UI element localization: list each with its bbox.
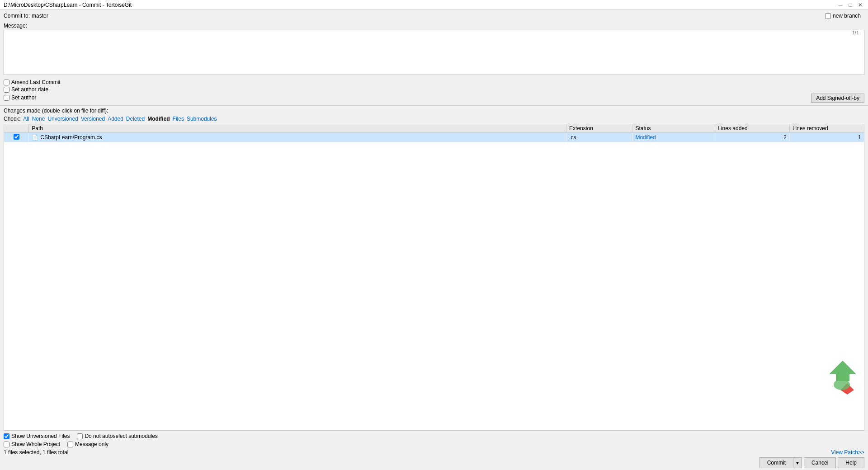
table-row[interactable]: 📄 CSharpLearn/Program.cs .cs Modified 2 …: [4, 133, 864, 142]
check-modified-link[interactable]: Modified: [147, 116, 170, 122]
set-author-checkbox[interactable]: [4, 95, 9, 101]
message-only-row: Message only: [67, 441, 108, 447]
check-row: Check: All None Unversioned Versioned Ad…: [4, 116, 864, 122]
content-area: Changes made (double-click on file for d…: [0, 108, 868, 431]
col-lines-added[interactable]: Lines added: [715, 124, 790, 133]
main-window: Commit to: master new branch Message: 1/…: [0, 10, 868, 470]
add-signed-off-by-button[interactable]: Add Signed-off-by: [811, 94, 864, 103]
col-path[interactable]: Path: [29, 124, 566, 133]
title-bar-controls: ─ □ ✕: [836, 1, 864, 9]
set-author-label: Set author: [11, 94, 36, 101]
close-button[interactable]: ✕: [856, 1, 864, 9]
set-author-date-checkbox[interactable]: [4, 87, 9, 93]
row-path-value: CSharpLearn/Program.cs: [40, 134, 102, 141]
col-status[interactable]: Status: [632, 124, 715, 133]
file-table-body: 📄 CSharpLearn/Program.cs .cs Modified 2 …: [4, 133, 864, 142]
new-branch-section: new branch: [825, 13, 861, 19]
check-label: Check:: [4, 116, 20, 122]
commit-button[interactable]: Commit: [760, 457, 793, 468]
commit-to-left: Commit to: master: [4, 13, 48, 19]
row-path-cell[interactable]: 📄 CSharpLearn/Program.cs: [29, 133, 566, 142]
bottom-buttons: Commit ▼ Cancel Help: [4, 457, 864, 468]
message-counter: 1/1: [852, 30, 859, 35]
title-bar: D:\MicroDesktop\CSharpLearn - Commit - T…: [0, 0, 868, 10]
window-title: D:\MicroDesktop\CSharpLearn - Commit - T…: [4, 2, 132, 8]
amend-last-commit-row: Amend Last Commit: [4, 79, 864, 85]
check-deleted-link[interactable]: Deleted: [126, 116, 145, 122]
col-check: [4, 124, 29, 133]
restore-button[interactable]: □: [846, 1, 854, 9]
message-only-checkbox[interactable]: [67, 442, 73, 447]
bottom-status-row: 1 files selected, 1 files total View Pat…: [4, 449, 864, 456]
do-not-autoselect-row: Do not autoselect submodules: [77, 433, 157, 439]
col-extension[interactable]: Extension: [566, 124, 632, 133]
show-unversioned-row: Show Unversioned Files: [4, 433, 70, 439]
commit-dropdown-button[interactable]: ▼: [793, 457, 802, 468]
row-lines-added-cell: 2: [715, 133, 790, 142]
new-branch-label: new branch: [833, 13, 861, 19]
svg-marker-0: [829, 361, 856, 381]
message-only-label: Message only: [75, 441, 108, 447]
bottom-checkboxes-2: Show Whole Project Message only: [4, 441, 864, 447]
message-input[interactable]: [4, 30, 864, 75]
show-unversioned-label: Show Unversioned Files: [11, 433, 70, 439]
set-author-date-label: Set author date: [11, 86, 48, 93]
commit-to-label: Commit to:: [4, 13, 30, 19]
cancel-button[interactable]: Cancel: [804, 457, 836, 468]
help-button[interactable]: Help: [838, 457, 864, 468]
options-section: Amend Last Commit Set author date Set au…: [0, 78, 868, 103]
show-whole-project-label: Show Whole Project: [11, 441, 60, 447]
check-none-link[interactable]: None: [32, 116, 45, 122]
bottom-bar: Show Unversioned Files Do not autoselect…: [0, 431, 868, 470]
do-not-autoselect-label: Do not autoselect submodules: [85, 433, 157, 439]
divider: [0, 105, 868, 106]
branch-value: master: [32, 13, 48, 19]
bottom-checkboxes: Show Unversioned Files Do not autoselect…: [4, 433, 864, 439]
show-unversioned-checkbox[interactable]: [4, 433, 9, 439]
minimize-button[interactable]: ─: [836, 1, 844, 9]
check-submodules-link[interactable]: Submodules: [187, 116, 217, 122]
row-status-cell: Modified: [632, 133, 715, 142]
changes-header: Changes made (double-click on file for d…: [4, 108, 864, 114]
commit-to-row: Commit to: master new branch: [4, 13, 864, 19]
new-branch-checkbox[interactable]: [825, 13, 831, 19]
show-whole-project-row: Show Whole Project: [4, 441, 60, 447]
set-author-row: Set author: [4, 94, 36, 101]
path-cell: 📄 CSharpLearn/Program.cs: [32, 134, 563, 141]
row-checkbox[interactable]: [14, 134, 19, 140]
row-check-cell[interactable]: [4, 133, 29, 142]
check-added-link[interactable]: Added: [108, 116, 123, 122]
message-label-row: Message:: [4, 23, 864, 29]
view-patch-link[interactable]: View Patch>>: [831, 449, 864, 456]
set-author-date-row: Set author date: [4, 86, 864, 93]
commit-btn-group: Commit ▼: [760, 457, 802, 468]
message-wrapper: 1/1: [4, 30, 864, 76]
tortoise-git-logo: [825, 358, 861, 395]
row-extension-cell: .cs: [566, 133, 632, 142]
check-all-link[interactable]: All: [23, 116, 29, 122]
do-not-autoselect-checkbox[interactable]: [77, 433, 83, 439]
message-label: Message:: [4, 23, 27, 29]
file-table: Path Extension Status Lines added Lines …: [4, 124, 864, 142]
col-lines-removed[interactable]: Lines removed: [789, 124, 864, 133]
show-whole-project-checkbox[interactable]: [4, 442, 9, 447]
row-lines-removed-cell: 1: [789, 133, 864, 142]
file-icon: 📄: [32, 134, 38, 141]
check-versioned-link[interactable]: Versioned: [81, 116, 105, 122]
svg-point-2: [834, 379, 850, 390]
message-section: Message: 1/1: [0, 23, 868, 78]
amend-last-commit-checkbox[interactable]: [4, 80, 9, 85]
check-files-link[interactable]: Files: [173, 116, 184, 122]
file-table-wrapper: Path Extension Status Lines added Lines …: [4, 124, 864, 431]
amend-last-commit-label: Amend Last Commit: [11, 79, 61, 85]
changes-section: Changes made (double-click on file for d…: [0, 108, 868, 431]
status-text: 1 files selected, 1 files total: [4, 449, 68, 456]
top-section: Commit to: master new branch: [0, 10, 868, 23]
file-table-header: Path Extension Status Lines added Lines …: [4, 124, 864, 133]
check-unversioned-link[interactable]: Unversioned: [47, 116, 78, 122]
